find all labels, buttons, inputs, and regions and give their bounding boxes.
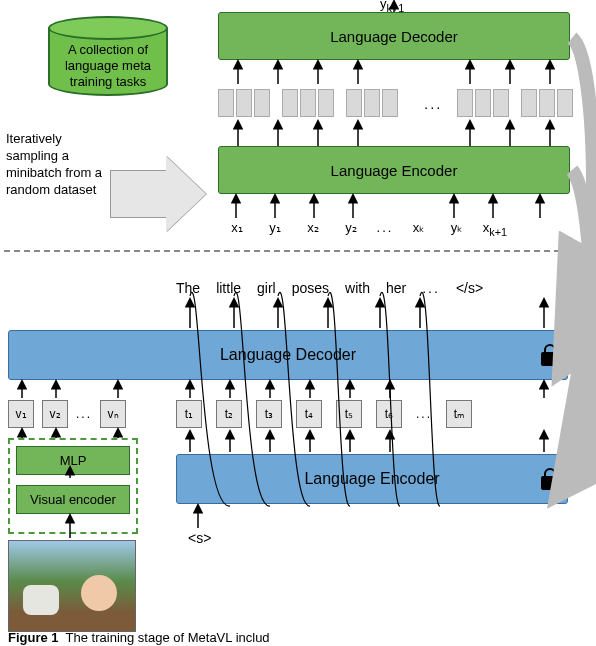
seq-square (218, 89, 234, 117)
word: little (216, 280, 241, 296)
seq-square (457, 89, 473, 117)
xy-token-last: xk+1 (476, 220, 514, 238)
word: with (345, 280, 370, 296)
t-box: t₁ (176, 400, 202, 428)
word-eos: </s> (456, 280, 483, 296)
figure-caption: Figure 1 The training stage of MetaVL in… (8, 630, 270, 645)
t-box: tₘ (446, 400, 472, 428)
start-token: <s> (188, 530, 211, 546)
top-encoder-label: Language Encoder (331, 162, 458, 179)
t-box: t₂ (216, 400, 242, 428)
dashed-divider (4, 250, 590, 252)
mlp-block: MLP (16, 446, 130, 475)
top-language-encoder: Language Encoder (218, 146, 570, 194)
v-box-row: v₁ v₂ ... vₙ (8, 400, 126, 428)
caption-rest: The training stage of MetaVL includ (66, 630, 270, 645)
seq-group (282, 89, 334, 117)
lock-icon (541, 344, 559, 366)
top-decoder-label: Language Decoder (330, 28, 458, 45)
word: poses (292, 280, 329, 296)
xy-token: yₖ (438, 220, 476, 235)
seq-group (521, 89, 573, 117)
seq-group (346, 89, 398, 117)
mlp-visual-group: MLP Visual encoder (8, 438, 138, 534)
top-language-decoder: Language Decoder (218, 12, 570, 60)
word: The (176, 280, 200, 296)
cylinder-top (48, 16, 168, 40)
v-box: vₙ (100, 400, 126, 428)
v-box: v₁ (8, 400, 34, 428)
xy-token: x₂ (294, 220, 332, 235)
t-box: t₃ (256, 400, 282, 428)
seq-square (346, 89, 362, 117)
seq-square (300, 89, 316, 117)
v-box: v₂ (42, 400, 68, 428)
dots: ... (416, 407, 432, 421)
bot-decoder-label: Language Decoder (220, 346, 356, 364)
word: her (386, 280, 406, 296)
big-arrow (110, 156, 210, 216)
xy-token: xₖ (400, 220, 438, 235)
xy-token: y₂ (332, 220, 370, 235)
seq-square (282, 89, 298, 117)
bottom-language-decoder: Language Decoder (8, 330, 568, 380)
t-box: t₆ (376, 400, 402, 428)
input-image (8, 540, 136, 632)
t-box: t₄ (296, 400, 322, 428)
dots: ... (424, 95, 443, 112)
seq-group (218, 89, 270, 117)
seq-square (236, 89, 252, 117)
seq-square (475, 89, 491, 117)
t-box: t₅ (336, 400, 362, 428)
bottom-language-encoder: Language Encoder (176, 454, 568, 504)
y-output-label: yk+1 (380, 0, 404, 14)
seq-square (318, 89, 334, 117)
image-face-shape (81, 575, 117, 611)
seq-square (364, 89, 380, 117)
seq-square (557, 89, 573, 117)
word: girl (257, 280, 276, 296)
cylinder-label: A collection of language meta training t… (48, 42, 168, 90)
bot-encoder-label: Language Encoder (304, 470, 439, 488)
word-row: The little girl poses with her ... </s> (176, 280, 576, 296)
xy-input-row: x₁ y₁ x₂ y₂ ... xₖ yₖ xk+1 (218, 220, 570, 242)
database-cylinder: A collection of language meta training t… (48, 16, 168, 108)
xy-dots: ... (370, 220, 400, 235)
big-arrow-body (110, 170, 168, 218)
sequence-row: ... (218, 86, 570, 120)
seq-group (457, 89, 509, 117)
xy-token: x₁ (218, 220, 256, 235)
seq-square (521, 89, 537, 117)
sampling-text: Iteratively sampling a minibatch from a … (6, 130, 106, 198)
word-dots: ... (422, 280, 440, 296)
lock-icon (541, 468, 559, 490)
seq-square (493, 89, 509, 117)
dots: ... (76, 407, 92, 421)
t-box-row: t₁ t₂ t₃ t₄ t₅ t₆ ... tₘ (176, 400, 472, 428)
image-dog-shape (23, 585, 59, 615)
seq-square (539, 89, 555, 117)
architecture-diagram: { "cylinder_label": "A collection of lan… (0, 0, 596, 646)
big-arrow-head (166, 156, 206, 232)
xy-token: y₁ (256, 220, 294, 235)
seq-square (382, 89, 398, 117)
visual-encoder-block: Visual encoder (16, 485, 130, 514)
seq-square (254, 89, 270, 117)
